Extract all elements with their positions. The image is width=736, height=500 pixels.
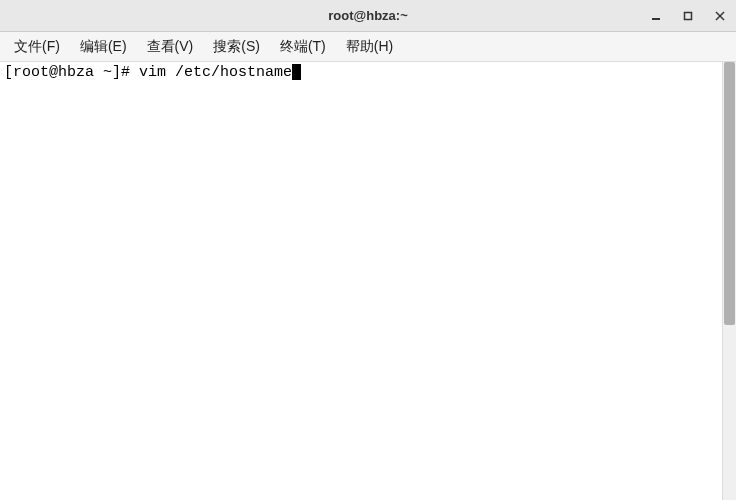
minimize-icon [651,11,661,21]
terminal-cursor [292,64,301,80]
window-titlebar: root@hbza:~ [0,0,736,32]
minimize-button[interactable] [644,4,668,28]
maximize-icon [683,11,693,21]
terminal-command: vim /etc/hostname [139,64,292,81]
window-title: root@hbza:~ [0,8,736,23]
maximize-button[interactable] [676,4,700,28]
window-controls [644,0,732,32]
close-icon [715,11,725,21]
menu-edit[interactable]: 编辑(E) [72,35,135,59]
menu-search[interactable]: 搜索(S) [205,35,268,59]
menu-terminal[interactable]: 终端(T) [272,35,334,59]
menu-view[interactable]: 查看(V) [139,35,202,59]
menubar: 文件(F) 编辑(E) 查看(V) 搜索(S) 终端(T) 帮助(H) [0,32,736,62]
close-button[interactable] [708,4,732,28]
terminal-area[interactable]: [root@hbza ~]# vim /etc/hostname [0,62,736,500]
menu-help[interactable]: 帮助(H) [338,35,401,59]
terminal-content: [root@hbza ~]# vim /etc/hostname [0,62,736,84]
terminal-prompt: [root@hbza ~]# [4,64,139,81]
svg-rect-1 [685,13,692,20]
menu-file[interactable]: 文件(F) [6,35,68,59]
vertical-scrollbar[interactable] [722,62,736,500]
scrollbar-thumb[interactable] [724,62,735,325]
